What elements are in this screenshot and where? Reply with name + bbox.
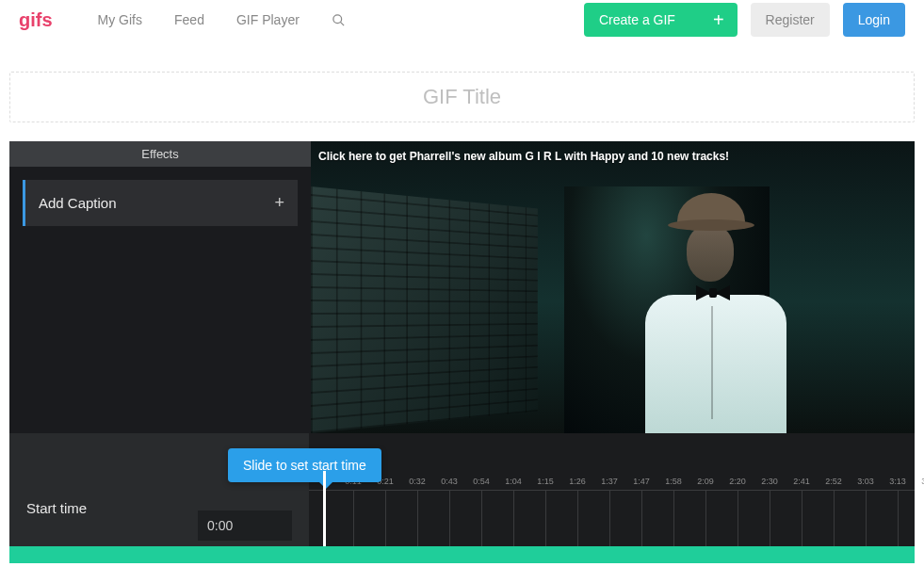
plus-icon: + [713, 10, 724, 29]
start-time-label: Start time [26, 500, 198, 516]
editor: Effects Add Caption + Click here to get … [9, 141, 915, 433]
timeline-tick-label: 0:54 [465, 477, 497, 486]
timeline-tick-label: 1:47 [625, 477, 657, 486]
timeline: Start time 0:110:210:320:430:541:041:151… [9, 433, 915, 546]
timeline-tick-label: 2:20 [721, 477, 754, 486]
video-overlay-banner[interactable]: Click here to get Pharrell's new album G… [318, 149, 907, 164]
timeline-tick-label: 2:30 [754, 477, 786, 486]
bottom-action-bar[interactable] [9, 546, 915, 563]
add-caption-label: Add Caption [39, 195, 117, 211]
add-caption-button[interactable]: Add Caption + [23, 180, 298, 226]
nav-feed[interactable]: Feed [161, 12, 218, 27]
playhead[interactable] [323, 471, 326, 546]
effects-sidebar: Effects Add Caption + [9, 141, 311, 433]
timeline-tick-label: 2:09 [689, 477, 721, 486]
tab-effects[interactable]: Effects [9, 141, 311, 167]
timeline-tick-label: 2:41 [786, 477, 818, 486]
plus-icon: + [274, 193, 284, 213]
timeline-tick-label: 3:13 [882, 477, 914, 486]
svg-line-1 [340, 22, 344, 25]
timeline-tick-label: 1:04 [497, 477, 529, 486]
timeline-tick-label: 2:52 [818, 477, 850, 486]
timeline-ticks [309, 490, 915, 546]
timeline-tick-label: 0:43 [433, 477, 465, 486]
timeline-tick-label: 3:24 [914, 477, 924, 486]
timeline-tick-label: 1:15 [529, 477, 561, 486]
register-button[interactable]: Register [751, 3, 830, 37]
slide-tooltip: Slide to set start time [228, 448, 381, 482]
login-button[interactable]: Login [843, 3, 905, 37]
search-icon [332, 13, 346, 27]
timeline-tick-labels: 0:110:210:320:430:541:041:151:261:371:47… [309, 477, 915, 486]
svg-point-0 [333, 14, 342, 23]
timeline-tick-label: 1:58 [657, 477, 689, 486]
timeline-tick-label: 1:26 [561, 477, 593, 486]
timeline-track[interactable]: 0:110:210:320:430:541:041:151:261:371:47… [309, 433, 915, 546]
video-preview[interactable]: Click here to get Pharrell's new album G… [311, 141, 915, 433]
nav-gif-player[interactable]: GIF Player [223, 12, 313, 27]
gif-title-input[interactable]: GIF Title [9, 72, 915, 122]
search-button[interactable] [318, 13, 359, 27]
timeline-tick-label: 1:37 [593, 477, 625, 486]
logo[interactable]: gifs [19, 9, 53, 31]
video-frame [311, 141, 915, 433]
nav-my-gifs[interactable]: My Gifs [85, 12, 155, 27]
topbar: gifs My Gifs Feed GIF Player Create a GI… [0, 0, 924, 40]
create-gif-button[interactable]: Create a GIF + [584, 3, 738, 37]
timeline-tick-label: 0:32 [401, 477, 433, 486]
timeline-tick-label: 3:03 [850, 477, 882, 486]
create-gif-label: Create a GIF [599, 12, 675, 27]
start-time-input[interactable] [198, 510, 292, 541]
